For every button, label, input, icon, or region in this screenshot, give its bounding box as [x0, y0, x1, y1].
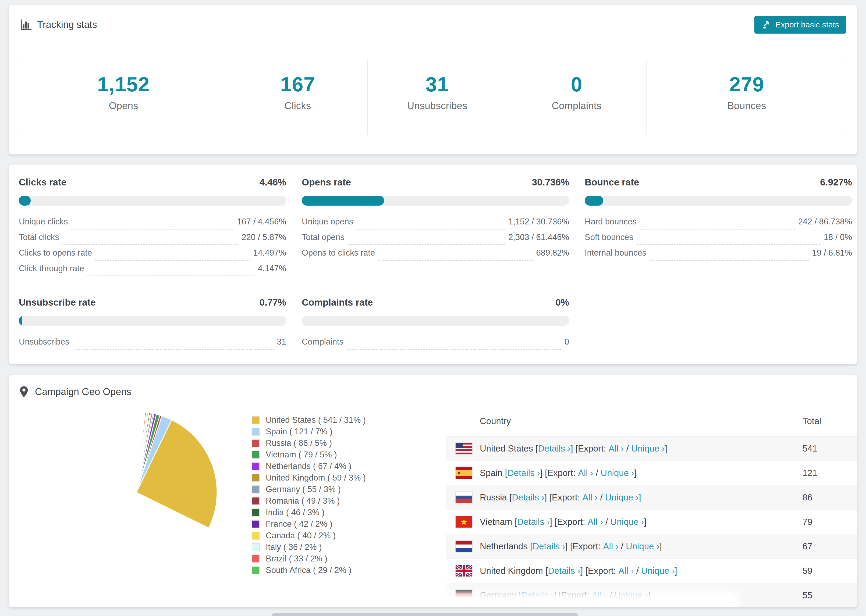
export-unique-link[interactable]: Unique › — [631, 443, 665, 454]
flag-es-icon — [456, 467, 472, 479]
country-cell: United States [Details ›] [Export: All ›… — [446, 443, 803, 454]
dotted-leader — [95, 260, 250, 261]
bracket-text: ] — [675, 566, 677, 576]
stat-value: 279 — [647, 72, 847, 96]
details-link[interactable]: Details › — [512, 492, 544, 503]
legend-swatch-icon — [252, 416, 260, 424]
export-unique-link[interactable]: Unique › — [610, 517, 644, 527]
slash-text: / — [618, 541, 626, 552]
dotted-leader — [348, 244, 505, 245]
horizontal-scrollbar[interactable] — [272, 613, 578, 616]
legend-swatch-icon — [252, 439, 260, 447]
stat-value: 0 — [507, 72, 646, 96]
details-link[interactable]: Details › — [521, 590, 554, 600]
geo-body: United States ( 541 / 31% )Spain ( 121 /… — [9, 406, 857, 603]
map-pin-icon — [19, 386, 29, 398]
legend-swatch-icon — [252, 543, 260, 551]
rates-row-1: Clicks rate4.46%Unique clicks167 / 4.456… — [9, 177, 857, 279]
pie-slice-other-53 — [136, 412, 137, 492]
country-cell: United Kingdom [Details ›] [Export: All … — [446, 565, 803, 577]
rate-percent: 0% — [555, 297, 569, 308]
rate-title: Bounce rate — [585, 177, 639, 188]
rate-detail-row-soft-bounces: Soft bounces18 / 0% — [585, 233, 852, 248]
legend-swatch-icon — [252, 497, 260, 505]
total-value: 79 — [803, 517, 857, 527]
stat-bounces: 279Bounces — [646, 59, 847, 135]
rate-detail-rows: Complaints0 — [302, 337, 569, 353]
rate-detail-row-unique-opens: Unique opens1,152 / 30.736% — [302, 217, 569, 233]
export-button-label: Export basic stats — [775, 20, 839, 29]
rate-row-label: Complaints — [302, 337, 343, 347]
details-link[interactable]: Details › — [538, 443, 570, 454]
bracket-text: ] [Export: — [565, 541, 603, 552]
stat-value: 167 — [228, 72, 367, 96]
legend-label: United States ( 541 / 31% ) — [266, 415, 366, 425]
legend-swatch-icon — [252, 555, 260, 563]
rate-detail-row-hard-bounces: Hard bounces242 / 86.738% — [585, 217, 852, 233]
rate-row-value: 1,152 / 30.736% — [508, 217, 569, 226]
export-unique-link[interactable]: Unique › — [601, 468, 634, 478]
geo-row-germany: Germany [Details ›] [Export: All › / Uni… — [446, 583, 857, 607]
details-link[interactable]: Details › — [517, 517, 550, 527]
legend-swatch-icon — [252, 486, 260, 493]
bracket-text: ] — [665, 443, 667, 454]
export-all-link[interactable]: All › — [587, 517, 603, 527]
export-all-link[interactable]: All › — [603, 541, 619, 552]
export-unique-link[interactable]: Unique › — [605, 492, 639, 503]
details-link[interactable]: Details › — [532, 541, 565, 552]
dotted-leader — [640, 229, 795, 229]
rate-detail-row-clicks-to-opens-rate: Clicks to opens rate14.497% — [19, 248, 286, 264]
country-cell: Netherlands [Details ›] [Export: All › /… — [446, 541, 803, 552]
legend-item-spain: Spain ( 121 / 7% ) — [252, 426, 366, 437]
bracket-text: [ — [507, 492, 512, 503]
dotted-leader — [71, 229, 234, 229]
export-all-link[interactable]: All › — [618, 566, 634, 576]
campaign-overview-page: Tracking stats Export basic stats 1,152O… — [0, 0, 866, 616]
rate-section-header: Unsubscribe rate0.77% — [19, 297, 286, 308]
bracket-text: ] — [660, 541, 662, 552]
dotted-leader — [62, 244, 239, 245]
country-cell: Germany [Details ›] [Export: All › / Uni… — [446, 590, 803, 601]
campaign-geo-opens-panel: Campaign Geo Opens United States ( 541 /… — [9, 375, 857, 607]
export-all-link[interactable]: All › — [578, 468, 593, 478]
legend-label: Germany ( 55 / 3% ) — [266, 485, 341, 494]
rate-progress-bar — [19, 196, 286, 206]
legend-label: United Kingdom ( 59 / 3% ) — [266, 473, 366, 483]
legend-label: South Africa ( 29 / 2% ) — [266, 566, 351, 575]
legend-item-south-africa: South Africa ( 29 / 2% ) — [252, 564, 366, 576]
flag-nl-icon — [456, 541, 472, 552]
legend-swatch-icon — [252, 427, 260, 436]
rate-title: Opens rate — [302, 177, 351, 188]
rate-detail-row-unique-clicks: Unique clicks167 / 4.456% — [19, 217, 286, 233]
rate-detail-row-click-through-rate: Click through rate4.147% — [19, 264, 286, 279]
details-link[interactable]: Details › — [507, 468, 540, 478]
export-all-link[interactable]: All › — [592, 590, 607, 600]
export-all-link[interactable]: All › — [582, 492, 598, 503]
rate-row-label: Unsubscribes — [19, 337, 69, 347]
rate-percent: 0.77% — [260, 297, 286, 308]
legend-item-romania: Romania ( 49 / 3% ) — [252, 495, 366, 507]
legend-label: Spain ( 121 / 7% ) — [266, 427, 332, 437]
export-all-link[interactable]: All › — [609, 443, 624, 454]
panel-title: Tracking stats — [37, 19, 97, 30]
rate-title: Complaints rate — [302, 297, 373, 308]
rate-progress-fill — [19, 316, 22, 326]
stat-label: Complaints — [507, 100, 646, 112]
export-basic-stats-button[interactable]: Export basic stats — [754, 16, 846, 34]
country-name: Netherlands — [480, 541, 527, 552]
export-unique-link[interactable]: Unique › — [626, 541, 660, 552]
rate-detail-rows: Unique clicks167 / 4.456%Total clicks220… — [19, 217, 286, 279]
legend-item-russia: Russia ( 86 / 5% ) — [252, 437, 366, 449]
legend-swatch-icon — [252, 462, 260, 470]
legend-swatch-icon — [252, 520, 260, 528]
rate-section-clicks-rate: Clicks rate4.46%Unique clicks167 / 4.456… — [19, 177, 286, 279]
geo-opens-pie-chart — [54, 410, 219, 575]
legend-item-netherlands: Netherlands ( 67 / 4% ) — [252, 460, 366, 472]
total-value: 67 — [803, 541, 857, 552]
export-unique-link[interactable]: Unique › — [614, 590, 648, 600]
rate-section-header: Opens rate30.736% — [302, 177, 569, 188]
stat-unsubscribes: 31Unsubscribes — [367, 59, 507, 135]
rate-section-opens-rate: Opens rate30.736%Unique opens1,152 / 30.… — [302, 177, 569, 279]
details-link[interactable]: Details › — [548, 566, 580, 576]
export-unique-link[interactable]: Unique › — [641, 566, 675, 576]
